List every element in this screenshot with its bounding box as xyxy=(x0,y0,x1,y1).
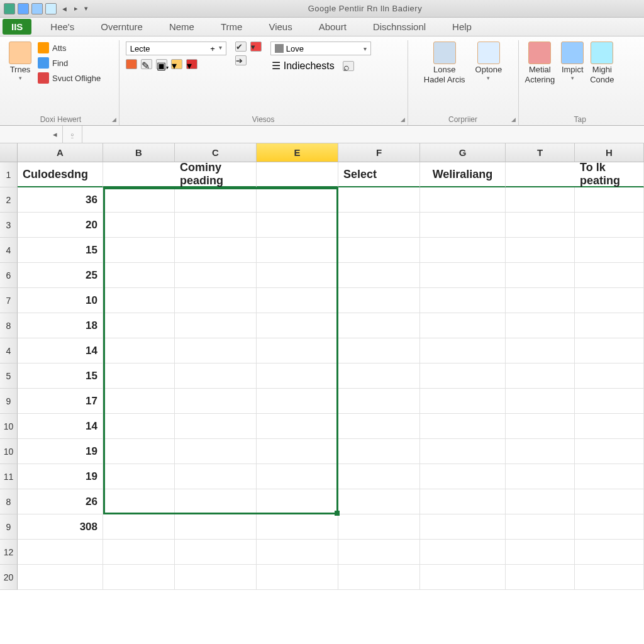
cell[interactable]: 26 xyxy=(18,489,103,514)
cell[interactable] xyxy=(175,288,257,313)
impict-button[interactable]: Impict ▾ xyxy=(561,42,584,82)
row-header[interactable]: 3 xyxy=(0,213,18,238)
cell[interactable] xyxy=(103,514,175,540)
cell[interactable] xyxy=(575,414,644,439)
cell[interactable] xyxy=(506,238,575,263)
col-E[interactable]: E xyxy=(257,143,338,162)
tab-overnture[interactable]: Overnture xyxy=(93,19,150,34)
metial-button[interactable]: Metial Actering xyxy=(525,42,555,85)
cell[interactable] xyxy=(103,414,175,439)
cell[interactable] xyxy=(338,288,420,313)
cell[interactable] xyxy=(338,514,420,540)
paint-icon[interactable]: ▾ xyxy=(250,42,262,52)
cell[interactable] xyxy=(575,489,644,514)
optone-button[interactable]: Optone ▾ xyxy=(475,42,502,82)
cell[interactable] xyxy=(338,414,420,439)
cell[interactable]: 36 xyxy=(18,187,103,213)
cell[interactable]: 10 xyxy=(18,288,103,313)
cell[interactable] xyxy=(103,213,175,238)
cell[interactable] xyxy=(338,364,420,389)
select-all-corner[interactable] xyxy=(0,143,18,162)
cell[interactable] xyxy=(338,238,420,263)
cell[interactable] xyxy=(506,313,575,338)
arrow-right-icon[interactable]: ➔ xyxy=(235,55,247,65)
fill-color-icon[interactable] xyxy=(126,59,137,69)
cell[interactable] xyxy=(420,313,506,338)
cell[interactable] xyxy=(103,439,175,464)
cell[interactable] xyxy=(257,414,338,439)
cell[interactable] xyxy=(420,540,506,565)
cell[interactable] xyxy=(257,263,338,288)
cell[interactable] xyxy=(420,364,506,389)
row-header[interactable]: 9 xyxy=(0,514,18,540)
qat-icon-2[interactable] xyxy=(18,3,29,14)
row-header[interactable]: 8 xyxy=(0,489,18,514)
row-header[interactable]: 11 xyxy=(0,464,18,489)
cell[interactable]: 18 xyxy=(18,313,103,338)
mighi-button[interactable]: Mighi Conde xyxy=(590,42,614,85)
cell[interactable]: 15 xyxy=(18,364,103,389)
row-header[interactable]: 7 xyxy=(0,288,18,313)
cell[interactable] xyxy=(103,338,175,364)
cell[interactable] xyxy=(338,338,420,364)
cell[interactable] xyxy=(506,439,575,464)
cell[interactable] xyxy=(103,263,175,288)
cell[interactable] xyxy=(575,288,644,313)
cell[interactable]: To lk peating xyxy=(575,162,644,187)
fx-icon[interactable]: ⍛ xyxy=(63,130,82,139)
lonse-button[interactable]: Lonse Hadel Arcis xyxy=(424,42,465,85)
qat-back-icon[interactable]: ◄ xyxy=(59,5,70,13)
cell[interactable] xyxy=(420,514,506,540)
cell[interactable] xyxy=(175,213,257,238)
cell[interactable] xyxy=(575,313,644,338)
cell[interactable] xyxy=(175,464,257,489)
col-F[interactable]: F xyxy=(338,143,420,162)
cell[interactable] xyxy=(506,489,575,514)
text-color-icon[interactable]: ▾ xyxy=(186,59,197,69)
cell[interactable] xyxy=(575,213,644,238)
cell[interactable] xyxy=(338,389,420,414)
cell[interactable] xyxy=(575,514,644,540)
cell[interactable] xyxy=(103,565,175,590)
cell[interactable] xyxy=(257,540,338,565)
cell[interactable] xyxy=(420,213,506,238)
cell[interactable] xyxy=(103,238,175,263)
cell[interactable] xyxy=(103,489,175,514)
cell[interactable] xyxy=(257,565,338,590)
cell[interactable] xyxy=(257,439,338,464)
col-A[interactable]: A xyxy=(18,143,103,162)
cell[interactable] xyxy=(257,288,338,313)
cell[interactable] xyxy=(420,565,506,590)
love-combo[interactable]: Love ▾ xyxy=(270,42,371,55)
cell[interactable] xyxy=(506,213,575,238)
cell[interactable] xyxy=(506,464,575,489)
cell[interactable]: 25 xyxy=(18,263,103,288)
cell[interactable] xyxy=(257,213,338,238)
cell[interactable] xyxy=(506,514,575,540)
tab-help[interactable]: Help xyxy=(445,19,479,34)
row-header[interactable]: 12 xyxy=(0,540,18,565)
cell[interactable]: Weliraliang xyxy=(420,162,506,187)
atts-button[interactable]: Atts xyxy=(36,42,102,54)
row-header[interactable]: 4 xyxy=(0,238,18,263)
cell[interactable] xyxy=(175,414,257,439)
col-T[interactable]: T xyxy=(506,143,575,162)
indiechests-button[interactable]: ☰ Indiechests ⌕ xyxy=(270,59,377,72)
cell[interactable]: 308 xyxy=(18,514,103,540)
cell[interactable] xyxy=(18,565,103,590)
cell[interactable] xyxy=(257,238,338,263)
border-icon[interactable]: ✎ xyxy=(141,59,152,69)
tab-trme[interactable]: Trme xyxy=(213,19,250,34)
cell[interactable] xyxy=(506,389,575,414)
cell[interactable] xyxy=(506,338,575,364)
qat-icon-1[interactable] xyxy=(4,3,15,14)
cell[interactable] xyxy=(575,389,644,414)
row-header[interactable]: 1 xyxy=(0,162,18,187)
group2-launcher-icon[interactable]: ◢ xyxy=(401,116,405,123)
cell[interactable] xyxy=(338,439,420,464)
cell[interactable] xyxy=(175,263,257,288)
cell[interactable] xyxy=(103,364,175,389)
cell[interactable] xyxy=(338,489,420,514)
cell[interactable] xyxy=(506,364,575,389)
row-header[interactable]: 20 xyxy=(0,565,18,590)
